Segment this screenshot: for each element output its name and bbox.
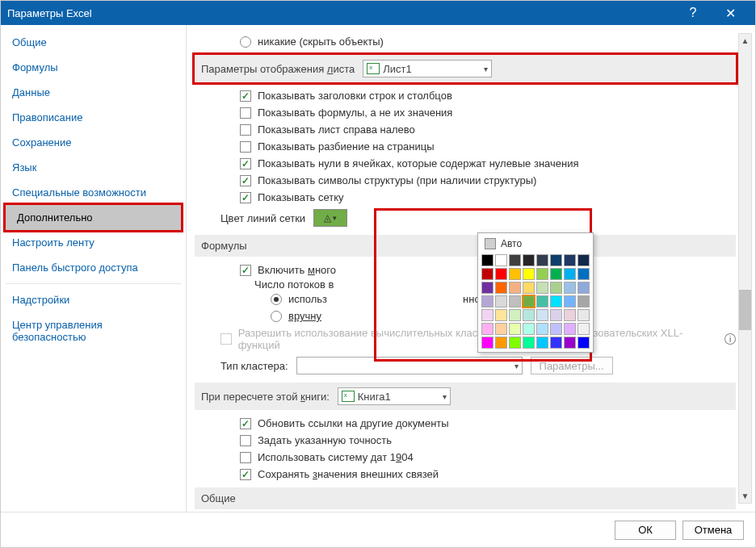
color-swatch[interactable] (523, 309, 535, 321)
color-swatch[interactable] (495, 337, 507, 349)
scrollbar-thumb[interactable] (739, 290, 751, 330)
color-swatch[interactable] (564, 337, 576, 349)
sidebar-item-customize-ribbon[interactable]: Настроить ленту (1, 230, 186, 255)
checkbox-icon (240, 418, 251, 429)
color-swatch[interactable] (536, 323, 548, 335)
sidebar-item-qat[interactable]: Панель быстрого доступа (1, 255, 186, 280)
color-swatch[interactable] (523, 268, 535, 280)
color-swatch[interactable] (481, 254, 494, 266)
color-swatch[interactable] (536, 309, 548, 321)
sheet-check-1[interactable]: Показывать формулы, а не их значения (195, 104, 736, 121)
recalc-check-1[interactable]: Задать указанную точность (195, 432, 736, 449)
color-swatch[interactable] (564, 309, 576, 321)
color-swatch[interactable] (578, 282, 590, 294)
scroll-up-icon[interactable]: ▲ (739, 34, 751, 48)
workbook-selector[interactable]: Книга1 ▾ (338, 387, 451, 405)
color-swatch[interactable] (550, 282, 562, 294)
sidebar-item-language[interactable]: Язык (1, 155, 186, 180)
color-swatch[interactable] (550, 268, 562, 280)
sheet-check-0[interactable]: Показывать заголовки строк и столбцов (195, 87, 736, 104)
sidebar-item-general[interactable]: Общие (1, 30, 186, 55)
color-swatch[interactable] (523, 295, 535, 307)
color-swatch[interactable] (523, 282, 535, 294)
color-swatch[interactable] (481, 337, 494, 349)
radio-manual-threads[interactable]: вручну (195, 307, 736, 324)
close-button[interactable]: ✕ (712, 1, 749, 25)
color-swatch[interactable] (564, 295, 576, 307)
sidebar-item-trust-center[interactable]: Центр управления безопасностью (1, 312, 186, 349)
ok-button[interactable]: ОК (615, 521, 676, 540)
sidebar-item-save[interactable]: Сохранение (1, 130, 186, 155)
radio-label: вручну (288, 310, 321, 322)
color-swatch[interactable] (578, 295, 590, 307)
color-swatch[interactable] (495, 323, 507, 335)
color-swatch[interactable] (481, 295, 494, 307)
sidebar-item-formulas[interactable]: Формулы (1, 55, 186, 80)
recalc-check-0[interactable]: Обновить ссылки на другие документы (195, 415, 736, 432)
recalc-check-2[interactable]: Использовать систему дат 1904 (195, 449, 736, 466)
color-swatch[interactable] (578, 337, 590, 349)
color-swatch[interactable] (509, 309, 521, 321)
color-swatch[interactable] (523, 337, 535, 349)
color-swatch[interactable] (550, 337, 562, 349)
color-swatch[interactable] (509, 337, 521, 349)
color-swatch[interactable] (536, 337, 548, 349)
gridline-color-label: Цвет линий сетки (220, 212, 305, 224)
color-swatch[interactable] (578, 323, 590, 335)
color-swatch[interactable] (550, 254, 562, 266)
color-swatch[interactable] (509, 323, 521, 335)
color-swatch[interactable] (536, 254, 548, 266)
color-swatch[interactable] (509, 268, 521, 280)
color-swatch[interactable] (536, 282, 548, 294)
sidebar-item-proofing[interactable]: Правописание (1, 105, 186, 130)
color-swatch[interactable] (536, 268, 548, 280)
vertical-scrollbar[interactable]: ▲ ▼ (738, 33, 752, 504)
gridline-color-button[interactable]: ◬ ▾ (313, 209, 347, 227)
sheet-check-6[interactable]: Показывать сетку (195, 189, 736, 206)
color-swatch[interactable] (509, 254, 521, 266)
sheet-selector[interactable]: Лист1 ▾ (363, 60, 492, 77)
cancel-button[interactable]: Отмена (682, 521, 744, 540)
color-swatch[interactable] (564, 282, 576, 294)
color-swatch[interactable] (481, 323, 494, 335)
color-swatch[interactable] (550, 323, 562, 335)
color-swatch[interactable] (564, 268, 576, 280)
color-swatch[interactable] (509, 282, 521, 294)
color-swatch[interactable] (550, 309, 562, 321)
color-swatch[interactable] (578, 309, 590, 321)
sidebar-item-accessibility[interactable]: Специальные возможности (1, 180, 186, 205)
info-icon[interactable]: i (724, 333, 736, 345)
color-swatch[interactable] (495, 282, 507, 294)
color-swatch[interactable] (495, 309, 507, 321)
color-swatch[interactable] (550, 295, 562, 307)
color-swatch[interactable] (481, 282, 494, 294)
color-auto-option[interactable]: Авто (481, 236, 590, 254)
sheet-check-2[interactable]: Показывать лист справа налево (195, 121, 736, 138)
color-swatch[interactable] (495, 268, 507, 280)
color-swatch[interactable] (578, 268, 590, 280)
color-swatch[interactable] (536, 295, 548, 307)
color-swatch[interactable] (523, 323, 535, 335)
sidebar-item-data[interactable]: Данные (1, 80, 186, 105)
color-swatch[interactable] (523, 254, 535, 266)
radio-use-all-cores[interactable]: использ нного компьютера: 12 (195, 291, 736, 307)
check-multithread[interactable]: Включить много (195, 261, 736, 278)
scroll-down-icon[interactable]: ▼ (739, 489, 751, 503)
sidebar-item-advanced[interactable]: Дополнительно (6, 205, 181, 230)
color-swatch[interactable] (495, 295, 507, 307)
color-swatch[interactable] (481, 309, 494, 321)
radio-hide-objects[interactable]: никакие (скрыть объекты) (195, 33, 736, 50)
color-swatch[interactable] (495, 254, 507, 266)
recalc-check-3[interactable]: Сохранять значения внешних связей (195, 466, 736, 483)
color-swatch[interactable] (564, 323, 576, 335)
cluster-type-combo[interactable]: ▾ (296, 357, 523, 374)
sheet-check-5[interactable]: Показывать символы структуры (при наличи… (195, 172, 736, 189)
color-swatch[interactable] (564, 254, 576, 266)
sheet-check-4[interactable]: Показывать нули в ячейках, которые содер… (195, 155, 736, 172)
color-swatch[interactable] (509, 295, 521, 307)
sidebar-item-addins[interactable]: Надстройки (1, 287, 186, 312)
help-button[interactable]: ? (674, 1, 712, 25)
color-swatch[interactable] (578, 254, 590, 266)
sheet-check-3[interactable]: Показывать разбиение на страницы (195, 138, 736, 155)
color-swatch[interactable] (481, 268, 494, 280)
